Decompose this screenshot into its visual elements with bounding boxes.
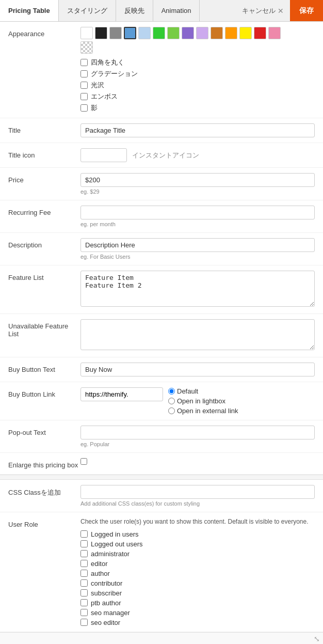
unavailable-feature-list-label: Unavailable Feature List <box>8 319 80 338</box>
emboss-checkbox[interactable] <box>80 93 88 100</box>
appearance-row: Appearance <box>0 22 323 118</box>
resize-icon: ⤡ <box>314 635 320 643</box>
swatch-yellow[interactable] <box>239 27 252 39</box>
swatch-red[interactable] <box>254 27 266 39</box>
role-subscriber[interactable]: subscriber <box>80 589 315 597</box>
recurring-fee-content: eg. per month <box>80 206 315 227</box>
price-input[interactable] <box>80 173 315 187</box>
shadow-checkbox[interactable] <box>80 104 88 112</box>
popout-text-input[interactable] <box>80 426 315 439</box>
option-gradient[interactable]: グラデーション <box>80 69 315 78</box>
unavailable-feature-list-textarea[interactable] <box>80 319 315 350</box>
role-author-checkbox[interactable] <box>80 570 88 577</box>
swatch-pink[interactable] <box>268 27 281 39</box>
instant-icon-link[interactable]: インスタントアイコン <box>132 151 199 160</box>
role-administrator-checkbox[interactable] <box>80 550 88 557</box>
option-gloss[interactable]: 光沢 <box>80 81 315 90</box>
swatch-white[interactable] <box>80 27 93 39</box>
price-row: Price eg. $29 <box>0 168 323 200</box>
option-emboss[interactable]: エンボス <box>80 92 315 101</box>
section-divider <box>0 475 323 480</box>
buy-button-text-content <box>80 363 315 376</box>
radio-external[interactable]: Open in external link <box>168 407 238 415</box>
role-subscriber-checkbox[interactable] <box>80 589 88 596</box>
css-class-row: CSS Classを追加 Add additional CSS class(es… <box>0 480 323 512</box>
buy-button-text-row: Buy Button Text <box>0 357 323 382</box>
tab-bar: Pricing Table スタイリング 反映先 Animation キャンセル… <box>0 0 323 22</box>
title-row: Title <box>0 118 323 143</box>
swatch-light-blue[interactable] <box>138 27 151 39</box>
role-contributor-checkbox[interactable] <box>80 579 88 587</box>
appearance-label: Appearance <box>8 27 80 38</box>
role-logged-in-checkbox[interactable] <box>80 530 88 538</box>
swatch-blue[interactable] <box>124 27 136 39</box>
swatch-light-green[interactable] <box>167 27 180 39</box>
role-logged-in[interactable]: Logged in users <box>80 530 315 538</box>
recurring-fee-label: Recurring Fee <box>8 206 80 216</box>
title-icon-input[interactable] <box>80 148 127 162</box>
recurring-fee-input[interactable] <box>80 206 315 219</box>
unavailable-feature-list-row: Unavailable Feature List <box>0 314 323 357</box>
css-class-input[interactable] <box>80 485 315 499</box>
role-ptb-author-checkbox[interactable] <box>80 599 88 606</box>
popout-hint: eg. Popular <box>80 441 315 447</box>
radio-default[interactable]: Default <box>168 387 238 395</box>
tab-pricing-table[interactable]: Pricing Table <box>0 0 59 21</box>
tab-reflection[interactable]: 反映先 <box>116 0 153 21</box>
radio-lightbox-input[interactable] <box>168 398 175 404</box>
feature-list-textarea[interactable]: Feature Item Feature Item 2 <box>80 271 315 307</box>
swatch-black[interactable] <box>95 27 107 39</box>
role-contributor[interactable]: contributor <box>80 579 315 587</box>
buy-button-link-input[interactable] <box>80 387 163 401</box>
buy-button-text-input[interactable] <box>80 363 315 376</box>
swatch-orange[interactable] <box>225 27 237 39</box>
enlarge-checkbox[interactable] <box>80 458 87 465</box>
unavailable-feature-list-content <box>80 319 315 352</box>
swatch-gray[interactable] <box>109 27 122 39</box>
title-icon-row: Title icon インスタントアイコン <box>0 143 323 168</box>
role-editor-checkbox[interactable] <box>80 560 88 567</box>
option-shadow[interactable]: 影 <box>80 103 315 113</box>
swatch-checkered[interactable] <box>80 41 93 54</box>
role-seo-manager[interactable]: seo manager <box>80 609 315 617</box>
gradient-checkbox[interactable] <box>80 70 88 77</box>
role-seo-editor-checkbox[interactable] <box>80 619 88 626</box>
user-role-content: Check the user role(s) you want to show … <box>80 517 315 626</box>
role-editor[interactable]: editor <box>80 560 315 568</box>
radio-external-input[interactable] <box>168 407 175 414</box>
recurring-fee-hint: eg. per month <box>80 221 315 227</box>
buy-button-link-content: Default Open in lightbox Open in externa… <box>80 387 315 415</box>
title-content <box>80 123 315 137</box>
title-input[interactable] <box>80 123 315 137</box>
tab-animation[interactable]: Animation <box>153 0 200 21</box>
cancel-button[interactable]: キャンセル ✕ <box>236 6 290 15</box>
popout-text-label: Pop-out Text <box>8 426 80 436</box>
description-row: Description eg. For Basic Users <box>0 233 323 265</box>
swatch-green[interactable] <box>153 27 165 39</box>
role-author[interactable]: author <box>80 570 315 577</box>
feature-list-content: Feature Item Feature Item 2 <box>80 271 315 308</box>
color-swatches <box>80 27 315 39</box>
option-rounded[interactable]: 四角を丸く <box>80 58 315 67</box>
swatch-light-purple[interactable] <box>196 27 208 39</box>
swatch-purple[interactable] <box>182 27 194 39</box>
radio-default-input[interactable] <box>168 388 175 395</box>
role-seo-editor[interactable]: seo editor <box>80 619 315 626</box>
role-ptb-author[interactable]: ptb author <box>80 599 315 607</box>
form-body: Appearance <box>0 22 323 632</box>
role-seo-manager-checkbox[interactable] <box>80 609 88 616</box>
buy-button-link-label: Buy Button Link <box>8 387 80 398</box>
tab-styling[interactable]: スタイリング <box>59 0 116 21</box>
role-administrator[interactable]: administrator <box>80 550 315 558</box>
gloss-checkbox[interactable] <box>80 82 88 89</box>
rounded-checkbox[interactable] <box>80 59 88 66</box>
role-logged-out[interactable]: Logged out users <box>80 540 315 548</box>
user-role-options: Logged in users Logged out users adminis… <box>80 530 315 626</box>
swatch-brown[interactable] <box>211 27 223 39</box>
close-icon: ✕ <box>278 7 284 15</box>
save-button[interactable]: 保存 <box>290 0 323 21</box>
radio-lightbox[interactable]: Open in lightbox <box>168 397 238 405</box>
popout-text-content: eg. Popular <box>80 426 315 447</box>
description-input[interactable] <box>80 238 315 252</box>
role-logged-out-checkbox[interactable] <box>80 540 88 547</box>
